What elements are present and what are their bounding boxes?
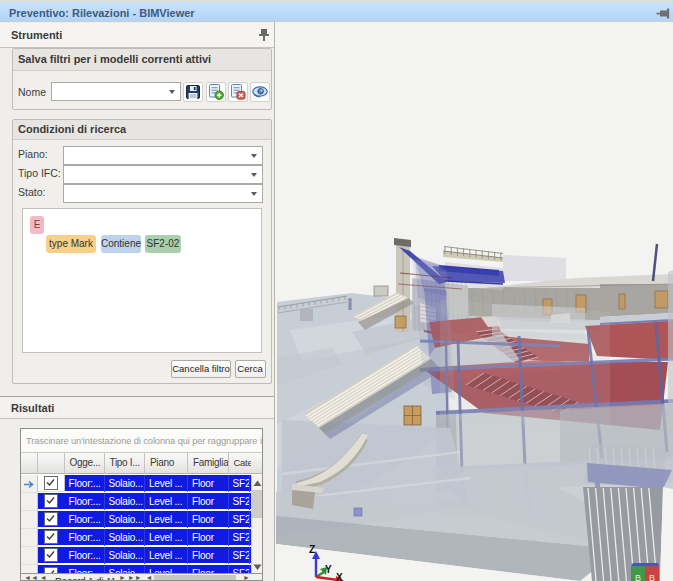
svg-text:X: X <box>336 572 343 581</box>
svg-text:B: B <box>649 573 655 581</box>
svg-text:B: B <box>635 573 641 581</box>
svg-text:Y: Y <box>325 564 332 575</box>
